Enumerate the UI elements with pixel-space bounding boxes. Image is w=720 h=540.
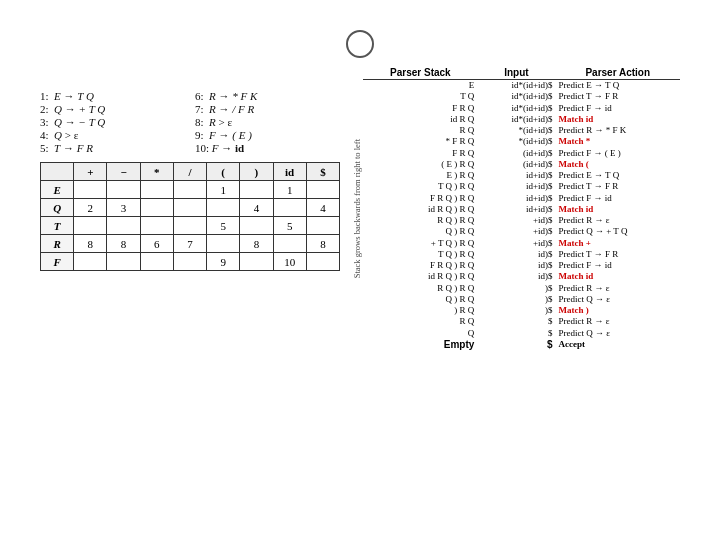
parse-table-row-E: E 1 1 (41, 181, 340, 199)
consider-line (40, 66, 340, 82)
trace-action-10: Predict F → id (555, 193, 680, 204)
rule-6: 6: R → * F K (195, 90, 340, 102)
trace-action-16: Predict F → id (555, 260, 680, 271)
trace-input-16: id)$ (477, 260, 555, 271)
trace-stack-16: F R Q ) R Q (363, 260, 477, 271)
trace-input-11: id+id)$ (477, 204, 555, 215)
parse-table-Q-rparen: 4 (240, 199, 273, 217)
trace-input-17: id)$ (477, 271, 555, 282)
trace-stack-23: Empty (363, 339, 477, 352)
parse-table-T-minus (107, 217, 140, 235)
trace-input-14: +id)$ (477, 238, 555, 249)
trace-stack-7: ( E ) R Q (363, 159, 477, 170)
trace-action-15: Predict T → F R (555, 249, 680, 260)
trace-input-15: id)$ (477, 249, 555, 260)
trace-input-20: )$ (477, 305, 555, 316)
trace-header-input: Input (477, 66, 555, 80)
parse-table-R-star: 6 (140, 235, 173, 253)
trace-action-4: Predict R → * F K (555, 125, 680, 136)
parse-table-Q-slash (173, 199, 206, 217)
trace-row-11: id R Q ) R Qid+id)$Match id (363, 204, 680, 215)
parse-table-sym-R: R (41, 235, 74, 253)
trace-header-row: Parser Stack Input Parser Action (363, 66, 680, 80)
trace-action-11: Match id (555, 204, 680, 215)
parse-table-E-rparen (240, 181, 273, 199)
parse-table-E-id: 1 (273, 181, 306, 199)
rule-3: 3: Q → − T Q (40, 116, 185, 128)
trace-row-10: F R Q ) R Qid+id)$Predict F → id (363, 193, 680, 204)
trace-action-23: Accept (555, 339, 680, 352)
trace-action-7: Match ( (555, 159, 680, 170)
parse-table-F-id: 10 (273, 253, 306, 271)
trace-input-10: id+id)$ (477, 193, 555, 204)
trace-action-20: Match ) (555, 305, 680, 316)
trace-stack-10: F R Q ) R Q (363, 193, 477, 204)
rule-1: 1: E → T Q (40, 90, 185, 102)
trace-action-17: Match id (555, 271, 680, 282)
trace-stack-19: Q ) R Q (363, 294, 477, 305)
trace-stack-6: F R Q (363, 148, 477, 159)
slide-container: 1: E → T Q 6: R → * F K 2: Q → + T Q 7: … (0, 0, 720, 540)
trace-row-7: ( E ) R Q(id+id)$Match ( (363, 159, 680, 170)
parse-table-E-lparen: 1 (207, 181, 240, 199)
parse-table-sym-E: E (41, 181, 74, 199)
parse-table-R-dollar: 8 (306, 235, 339, 253)
trace-action-3: Match id (555, 114, 680, 125)
trace-stack-22: Q (363, 328, 477, 339)
trace-stack-5: * F R Q (363, 136, 477, 147)
trace-input-12: +id)$ (477, 215, 555, 226)
parse-table-Q-star (140, 199, 173, 217)
rule-2: 2: Q → + T Q (40, 103, 185, 115)
parse-table-sym-Q: Q (41, 199, 74, 217)
trace-row-23: Empty$Accept (363, 339, 680, 352)
trace-stack-2: F R Q (363, 103, 477, 114)
trace-header-stack: Parser Stack (363, 66, 477, 80)
parse-table-F-dollar (306, 253, 339, 271)
parse-table-row-F: F 9 10 (41, 253, 340, 271)
rule-10: 10: F → id (195, 142, 340, 154)
parse-table-T-rparen (240, 217, 273, 235)
parse-table-F-plus (74, 253, 107, 271)
trace-input-22: $ (477, 328, 555, 339)
trace-action-21: Predict R → ε (555, 316, 680, 327)
trace-row-1: T Qid*(id+id)$Predict T → F R (363, 91, 680, 102)
trace-table: Parser Stack Input Parser Action Eid*(id… (363, 66, 680, 351)
trace-action-19: Predict Q → ε (555, 294, 680, 305)
trace-header-action: Parser Action (555, 66, 680, 80)
trace-row-8: E ) R Qid+id)$Predict E → T Q (363, 170, 680, 181)
parse-table-T-star (140, 217, 173, 235)
trace-action-22: Predict Q → ε (555, 328, 680, 339)
trace-row-3: id R Qid*(id+id)$Match id (363, 114, 680, 125)
parse-table-header-slash: / (173, 163, 206, 181)
trace-row-15: T Q ) R Qid)$Predict T → F R (363, 249, 680, 260)
parse-table-sym-F: F (41, 253, 74, 271)
trace-input-7: (id+id)$ (477, 159, 555, 170)
trace-input-9: id+id)$ (477, 181, 555, 192)
empty-label: Empty (444, 339, 475, 350)
trace-input-3: id*(id+id)$ (477, 114, 555, 125)
trace-row-18: R Q ) R Q)$Predict R → ε (363, 283, 680, 294)
parse-table-T-plus (74, 217, 107, 235)
trace-input-13: +id)$ (477, 226, 555, 237)
trace-stack-1: T Q (363, 91, 477, 102)
parse-table-Q-lparen (207, 199, 240, 217)
trace-row-21: R Q$Predict R → ε (363, 316, 680, 327)
trace-stack-21: R Q (363, 316, 477, 327)
trace-row-13: Q ) R Q+id)$Predict Q → + T Q (363, 226, 680, 237)
parse-table-Q-dollar: 4 (306, 199, 339, 217)
parse-table-R-slash: 7 (173, 235, 206, 253)
parse-table-R-rparen: 8 (240, 235, 273, 253)
trace-row-19: Q ) R Q)$Predict Q → ε (363, 294, 680, 305)
parse-table-Q-id (273, 199, 306, 217)
empty-label: $ (547, 339, 553, 350)
parse-table-header-rparen: ) (240, 163, 273, 181)
parse-table-row-T: T 5 5 (41, 217, 340, 235)
trace-row-16: F R Q ) R Qid)$Predict F → id (363, 260, 680, 271)
trace-row-14: + T Q ) R Q+id)$Match + (363, 238, 680, 249)
trace-row-2: F R Qid*(id+id)$Predict F → id (363, 103, 680, 114)
grammar-rules: 1: E → T Q 6: R → * F K 2: Q → + T Q 7: … (40, 90, 340, 154)
trace-input-19: )$ (477, 294, 555, 305)
trace-action-14: Match + (555, 238, 680, 249)
trace-action-1: Predict T → F R (555, 91, 680, 102)
parse-table-F-minus (107, 253, 140, 271)
